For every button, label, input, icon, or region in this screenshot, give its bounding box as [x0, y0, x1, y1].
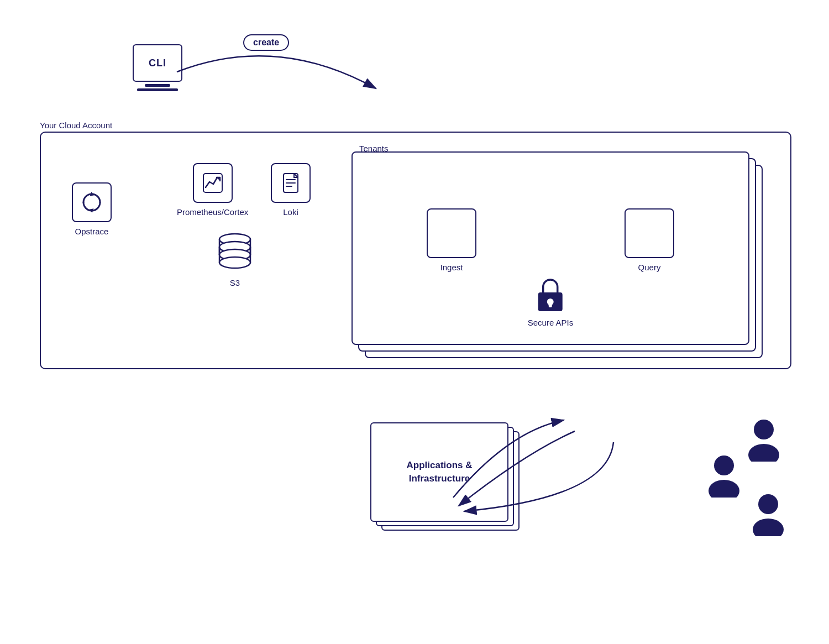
loki-wrap: Loki — [271, 163, 311, 217]
svg-rect-18 — [549, 302, 552, 307]
cli-label: CLI — [149, 57, 166, 69]
cli-stand — [145, 84, 170, 87]
svg-point-26 — [709, 480, 739, 498]
chart-icon — [202, 172, 224, 194]
svg-point-23 — [754, 420, 774, 439]
apps-card-front: Applications & Infrastructure — [370, 422, 508, 522]
apps-infra-label: Applications & Infrastructure — [382, 459, 496, 485]
svg-point-25 — [714, 455, 734, 475]
prometheus-label: Prometheus/Cortex — [177, 207, 248, 217]
cloud-account-label: Your Cloud Account — [40, 121, 112, 130]
svg-point-15 — [219, 257, 250, 268]
svg-point-27 — [758, 494, 778, 514]
opstrace-wrap: Opstrace — [72, 182, 112, 236]
diagram-container: CLI create Your Cloud Account — [0, 0, 829, 644]
prometheus-wrap: Prometheus/Cortex — [177, 163, 248, 217]
cli-box: CLI — [133, 44, 182, 82]
secure-apis-wrap: Secure APIs — [528, 277, 574, 327]
loki-label: Loki — [283, 207, 298, 217]
s3-wrap: S3 — [213, 229, 257, 287]
cli-base — [137, 88, 178, 91]
query-wrap: Query — [625, 208, 674, 272]
query-box — [625, 208, 674, 258]
tenant-card-front: Ingest Query Secure APIs — [351, 151, 749, 345]
doc-icon — [280, 172, 302, 194]
svg-point-24 — [748, 444, 779, 462]
ingest-wrap: Ingest — [427, 208, 476, 272]
sync-icon — [80, 191, 103, 214]
s3-icon — [213, 229, 257, 274]
svg-point-28 — [753, 519, 784, 536]
secure-apis-label: Secure APIs — [528, 318, 574, 327]
user-figure-3 — [752, 492, 785, 538]
loki-icon-box — [271, 163, 311, 203]
user-icon-2 — [707, 453, 741, 498]
s3-label: S3 — [230, 278, 240, 287]
query-label: Query — [638, 263, 661, 272]
opstrace-label: Opstrace — [75, 227, 109, 236]
prometheus-icon-box — [193, 163, 233, 203]
user-icon-3 — [752, 492, 785, 536]
ingest-box — [427, 208, 476, 258]
lock-icon — [536, 277, 565, 313]
apps-infra-outer: Applications & Infrastructure — [370, 420, 536, 558]
user-icon-1 — [747, 417, 780, 462]
ingest-label: Ingest — [440, 263, 463, 272]
opstrace-icon-box — [72, 182, 112, 222]
user-figure-1 — [747, 417, 780, 464]
user-figure-2 — [707, 453, 741, 500]
tenants-section: Tenants Ingest Query — [348, 144, 768, 359]
create-label: create — [243, 34, 289, 51]
